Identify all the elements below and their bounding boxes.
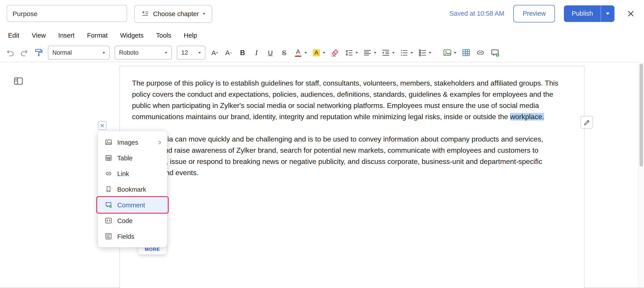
context-menu-item-fields[interactable]: Fields (98, 228, 167, 244)
strikethrough-button[interactable]: S (280, 46, 289, 59)
chevron-down-icon (606, 12, 610, 15)
highlight-color-button[interactable]: A (312, 46, 321, 59)
menu-item-label: Fields (117, 233, 134, 240)
chevron-down-icon (429, 52, 432, 54)
context-menu-item-table[interactable]: Table (98, 150, 167, 166)
toggle-navigation-pane-button[interactable] (14, 76, 23, 86)
menu-view[interactable]: View (32, 32, 46, 39)
context-menu-item-comment[interactable]: Comment (98, 197, 167, 213)
menu-item-label: Comment (117, 201, 145, 208)
paragraph-style-value: Normal (52, 49, 72, 56)
paragraph-purpose[interactable]: The purpose of this policy is to establi… (132, 78, 568, 122)
increase-font-size-button[interactable]: A+ (210, 46, 219, 59)
text-align-control[interactable] (363, 48, 376, 57)
redo-button[interactable] (20, 46, 29, 59)
italic-button[interactable]: I (252, 46, 261, 59)
link-icon (105, 170, 112, 177)
font-color-button[interactable]: A (294, 46, 302, 59)
paragraph-social-media[interactable]: Social media can move quickly and be cha… (132, 133, 568, 178)
formatting-toolbar: Normal Roboto 12 A+ A− B I U S A (0, 44, 644, 62)
line-spacing-control[interactable] (344, 48, 358, 57)
choose-chapter-label: Choose chapter (153, 10, 199, 18)
context-menu-item-link[interactable]: Link (98, 166, 167, 181)
insert-table-button[interactable] (462, 46, 471, 59)
chevron-down-icon (102, 52, 105, 54)
chevron-right-icon (157, 140, 162, 145)
chevron-down-icon (165, 52, 168, 54)
menu-item-label: Images (117, 139, 138, 146)
highlight-glyph: A (313, 49, 320, 56)
context-menu-item-bookmark[interactable]: Bookmark (98, 181, 167, 197)
table-icon (462, 48, 471, 57)
smart-edit-button[interactable] (580, 116, 593, 129)
fields-icon (105, 232, 112, 240)
insert-link-button[interactable] (476, 46, 485, 59)
undo-icon (6, 48, 15, 57)
minus-glyph: − (230, 50, 232, 55)
link-icon (476, 48, 485, 57)
chevron-down-icon (392, 52, 395, 54)
paragraph-text: The purpose of this policy is to establi… (132, 79, 558, 121)
menu-item-label: Table (117, 154, 132, 161)
bullet-list-control[interactable] (400, 48, 413, 57)
document-page[interactable]: The purpose of this policy is to establi… (120, 66, 584, 288)
chevron-down-icon (454, 52, 456, 54)
font-size-down-glyph: A (225, 49, 230, 57)
clear-formatting-button[interactable] (330, 46, 340, 59)
bookmark-icon (105, 185, 112, 193)
add-comment-button[interactable] (490, 46, 500, 59)
chevron-down-icon[interactable] (323, 52, 325, 54)
publish-dropdown-button[interactable] (600, 5, 614, 22)
chevron-down-icon (374, 52, 376, 54)
menu-bar: Edit View Insert Format Widgets Tools He… (0, 27, 644, 44)
images-icon (105, 138, 112, 146)
menu-item-label: Bookmark (117, 186, 146, 193)
publish-label: Publish (572, 10, 593, 17)
multilevel-list-control[interactable] (418, 48, 432, 57)
menu-help[interactable]: Help (184, 32, 197, 39)
font-color-control: A (294, 46, 307, 59)
close-icon[interactable] (627, 10, 634, 18)
code-icon (105, 217, 112, 224)
menu-item-label: Code (117, 217, 132, 224)
menu-tools[interactable]: Tools (156, 32, 172, 39)
save-status-text: Saved at 10:58 AM (450, 10, 504, 17)
font-family-select[interactable]: Roboto (114, 46, 172, 60)
close-icon (100, 124, 104, 128)
dismiss-insert-menu-button[interactable] (98, 121, 106, 130)
add-comment-icon (490, 48, 500, 58)
format-painter-button[interactable] (34, 46, 43, 59)
eraser-icon (330, 48, 340, 57)
document-title-input[interactable] (7, 5, 127, 22)
context-menu-item-code[interactable]: Code (98, 213, 167, 228)
decrease-font-size-button[interactable]: A− (224, 46, 233, 59)
menu-insert[interactable]: Insert (58, 32, 74, 39)
selected-text[interactable]: workplace. (510, 113, 544, 121)
chevron-down-icon[interactable] (304, 52, 307, 54)
context-menu-item-images[interactable]: Images (98, 134, 167, 150)
menu-format[interactable]: Format (87, 32, 108, 39)
align-left-icon (363, 48, 372, 57)
format-painter-icon (34, 48, 43, 57)
comment-icon (105, 201, 112, 209)
vertical-scrollbar[interactable] (638, 62, 644, 288)
font-size-select[interactable]: 12 (177, 46, 206, 60)
insert-image-control[interactable] (442, 48, 456, 57)
redo-icon (20, 48, 29, 57)
document-body[interactable]: The purpose of this policy is to establi… (120, 66, 584, 178)
paragraph-style-select[interactable]: Normal (48, 46, 110, 60)
underline-button[interactable]: U (266, 46, 275, 59)
indent-control[interactable] (381, 48, 395, 57)
menu-widgets[interactable]: Widgets (120, 32, 144, 39)
scrollbar-thumb[interactable] (640, 64, 643, 167)
pen-icon (583, 118, 590, 126)
choose-chapter-button[interactable]: Choose chapter (134, 5, 212, 23)
menu-item-label: Link (117, 170, 129, 177)
editor-window: Choose chapter Saved at 10:58 AM Preview… (0, 0, 644, 288)
undo-button[interactable] (6, 46, 15, 59)
menu-edit[interactable]: Edit (8, 32, 19, 39)
preview-button[interactable]: Preview (513, 5, 555, 22)
add-chapter-icon (141, 10, 149, 18)
publish-button[interactable]: Publish (564, 5, 600, 22)
bold-button[interactable]: B (238, 46, 247, 59)
